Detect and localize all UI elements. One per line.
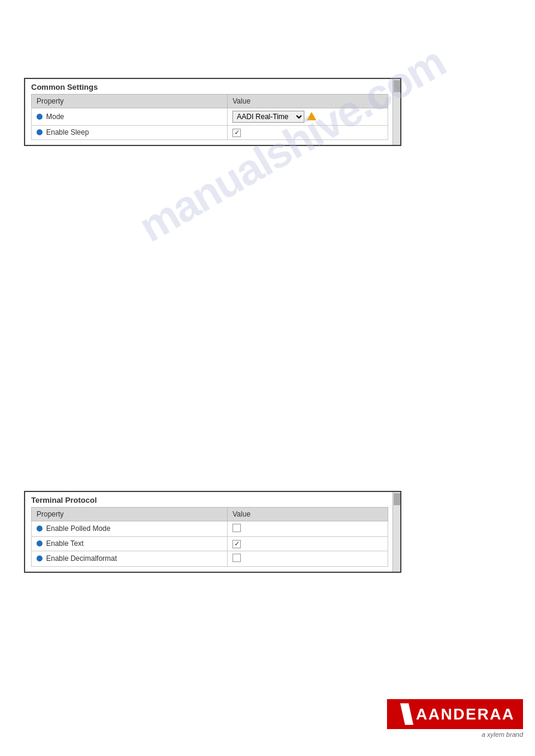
enable-sleep-value-cell: ✓ (232, 129, 241, 137)
enable-polled-mode-label: Enable Polled Mode (46, 524, 110, 533)
mode-dot (37, 114, 43, 120)
scrollbar-thumb-2[interactable] (394, 493, 400, 505)
mode-label: Mode (46, 113, 64, 121)
enable-polled-mode-property-cell: Enable Polled Mode (37, 524, 110, 533)
logo-subtitle: a xylem brand (482, 731, 523, 738)
scrollbar-thumb[interactable] (394, 80, 400, 92)
table-row: Enable Text ✓ (32, 537, 388, 551)
enable-sleep-checkbox[interactable]: ✓ (232, 129, 241, 137)
terminal-protocol-table-wrapper: Property Value Enable Polled Mode (31, 507, 388, 567)
common-settings-title: Common Settings (25, 79, 400, 94)
terminal-protocol-table: Property Value Enable Polled Mode (31, 507, 388, 567)
tp-col-header-property: Property (32, 508, 228, 521)
col-header-value: Value (228, 95, 388, 108)
col-header-property: Property (32, 95, 228, 108)
enable-decimalformat-value-cell (232, 554, 241, 562)
tp-col-header-value: Value (228, 508, 388, 521)
logo-slash-icon (395, 703, 413, 725)
enable-decimalformat-checkbox[interactable] (232, 554, 241, 562)
enable-sleep-dot (37, 129, 43, 135)
warning-icon: ! (307, 112, 316, 122)
enable-polled-mode-checkbox[interactable] (232, 524, 241, 532)
enable-text-dot (37, 541, 43, 546)
logo-text: AANDERAA (416, 705, 515, 724)
enable-text-checkbox[interactable]: ✓ (232, 540, 241, 548)
enable-polled-mode-value-cell (232, 524, 241, 532)
enable-decimalformat-property-cell: Enable Decimalformat (37, 554, 117, 563)
scrollbar-2[interactable] (392, 492, 400, 572)
common-settings-table: Property Value Mode (31, 94, 388, 140)
enable-text-label: Enable Text (46, 539, 84, 548)
table-row: Enable Sleep ✓ (32, 126, 388, 140)
common-settings-table-wrapper: Property Value Mode (31, 94, 388, 140)
terminal-protocol-title: Terminal Protocol (25, 492, 400, 507)
enable-text-value-cell: ✓ (232, 540, 241, 548)
logo-container: AANDERAA a xylem brand (387, 699, 523, 738)
scrollbar[interactable] (392, 79, 400, 145)
mode-value-cell: AADI Real-Time ! (232, 111, 316, 123)
table-row: Mode AADI Real-Time (32, 108, 388, 126)
enable-decimalformat-label: Enable Decimalformat (46, 554, 117, 563)
table-row: Enable Polled Mode (32, 521, 388, 537)
enable-decimalformat-dot (37, 555, 43, 561)
enable-sleep-property-cell: Enable Sleep (37, 128, 89, 136)
mode-dropdown[interactable]: AADI Real-Time (232, 111, 304, 123)
enable-text-property-cell: Enable Text (37, 539, 84, 548)
logo-box: AANDERAA (387, 699, 523, 729)
mode-property-cell: Mode (37, 113, 64, 121)
terminal-protocol-panel: Terminal Protocol Property Value (24, 491, 401, 573)
enable-sleep-label: Enable Sleep (46, 128, 89, 136)
common-settings-panel: Common Settings Property Value (24, 78, 401, 146)
enable-polled-mode-dot (37, 526, 43, 532)
svg-marker-0 (400, 703, 413, 725)
table-row: Enable Decimalformat (32, 551, 388, 567)
